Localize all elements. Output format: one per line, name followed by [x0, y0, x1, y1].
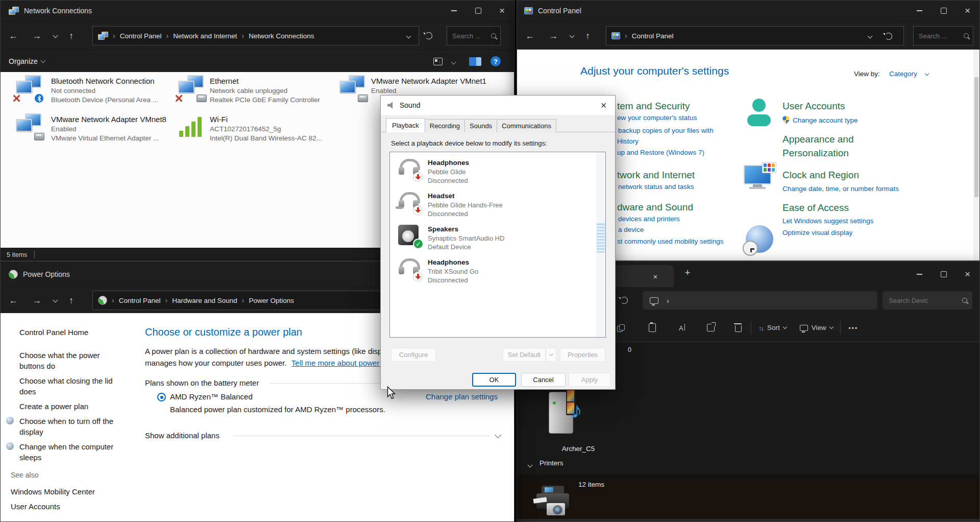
up-button[interactable]: [69, 296, 74, 305]
configure-button[interactable]: Configure: [391, 348, 436, 362]
sort-button[interactable]: Sort: [755, 319, 790, 337]
search-input[interactable]: [918, 32, 964, 40]
link-devices-printers[interactable]: devices and printers: [618, 215, 680, 223]
sidebar-item-computer-sleeps[interactable]: Change when the computer sleeps: [19, 441, 129, 463]
tab-communications[interactable]: Communications: [497, 119, 556, 132]
link-network-status[interactable]: network status and tasks: [618, 183, 694, 191]
category-clock-region[interactable]: Clock and Region: [782, 170, 859, 181]
sidebar-item-create-plan[interactable]: Create a power plan: [19, 401, 127, 412]
breadcrumb-item[interactable]: Network and Internet: [173, 32, 237, 40]
device-item-headphones-tribit[interactable]: Headphones Tribit XSound Go Disconnected: [397, 257, 478, 284]
category-network-internet[interactable]: twork and Internet: [617, 170, 695, 181]
tell-me-more-link[interactable]: Tell me more about power p: [291, 359, 386, 367]
more-options-button[interactable]: [845, 319, 862, 337]
sidebar-item-mobility-center[interactable]: Windows Mobility Center: [11, 486, 95, 497]
list-item-wifi-adapter[interactable]: Wi-Fi ACT102720176452_5g Intel(R) Dual B…: [176, 113, 322, 143]
maximize-button[interactable]: [932, 262, 955, 287]
change-plan-settings-link[interactable]: Change plan settings: [426, 392, 498, 401]
help-icon[interactable]: [491, 56, 501, 66]
view-mode-chevron-icon[interactable]: [451, 60, 456, 65]
sidebar-item-user-accounts[interactable]: User Accounts: [11, 501, 60, 512]
link-suggest-settings[interactable]: Let Windows suggest settings: [782, 217, 874, 225]
user-accounts-icon[interactable]: [745, 99, 773, 128]
close-button[interactable]: [592, 96, 615, 115]
breadcrumb-item[interactable]: Control Panel: [632, 32, 674, 40]
list-item-vmnet8-adapter[interactable]: VMware Network Adapter VMnet8 Enabled VM…: [14, 113, 166, 143]
preview-pane-icon[interactable]: [469, 57, 481, 66]
maximize-button[interactable]: [466, 1, 490, 21]
set-default-dropdown-button[interactable]: [546, 348, 556, 362]
tab-playback[interactable]: Playback: [386, 118, 425, 132]
link-file-history[interactable]: backup copies of your files with: [618, 127, 714, 134]
refresh-icon[interactable]: [425, 32, 432, 39]
minimize-button[interactable]: [908, 262, 932, 287]
minimize-button[interactable]: [442, 1, 466, 21]
item-label-computer-line2[interactable]: 0: [628, 346, 631, 353]
breadcrumb-item[interactable]: Network Connections: [249, 32, 314, 40]
printer-icon[interactable]: [535, 486, 573, 518]
back-button[interactable]: [9, 296, 18, 305]
set-default-button[interactable]: Set Default: [503, 348, 546, 362]
scrollbar[interactable]: [973, 50, 979, 261]
search-input[interactable]: [888, 296, 962, 305]
rename-icon[interactable]: [673, 319, 691, 337]
paste-icon[interactable]: [644, 319, 661, 337]
category-user-accounts[interactable]: User Accounts: [782, 101, 845, 112]
up-button[interactable]: [69, 31, 74, 40]
tab-recording[interactable]: Recording: [425, 119, 465, 132]
link-file-history-wrap[interactable]: History: [617, 137, 639, 145]
breadcrumb[interactable]: Control Panel: [606, 26, 904, 45]
device-item-headset-pebble[interactable]: Headset Pebble Glide Hands-Free Disconne…: [397, 191, 503, 218]
properties-button[interactable]: Properties: [560, 348, 605, 362]
ok-button[interactable]: OK: [472, 373, 516, 387]
recent-locations-chevron-icon[interactable]: [570, 33, 575, 38]
list-item-bluetooth-adapter[interactable]: Bluetooth Network Connection Not connect…: [14, 75, 158, 105]
plan-radio-selected[interactable]: [157, 393, 166, 401]
appearance-icon[interactable]: [744, 162, 776, 192]
sidebar-item-control-panel-home[interactable]: Control Panel Home: [19, 327, 88, 338]
list-item-ethernet-adapter[interactable]: Ethernet Network cable unplugged Realtek…: [176, 75, 320, 105]
breadcrumb-item[interactable]: Control Panel: [120, 32, 162, 40]
delete-icon[interactable]: [729, 319, 747, 337]
recent-locations-chevron-icon[interactable]: [53, 33, 58, 38]
cancel-button[interactable]: Cancel: [521, 373, 566, 387]
search-box[interactable]: [883, 291, 972, 310]
tab-sounds[interactable]: Sounds: [464, 119, 497, 132]
search-input[interactable]: [451, 32, 491, 40]
link-mobility-settings[interactable]: st commonly used mobility settings: [617, 238, 724, 245]
breadcrumb[interactable]: Control Panel Hardware and Sound Power O…: [92, 291, 399, 310]
breadcrumb-item[interactable]: Control Panel: [119, 297, 161, 304]
refresh-icon[interactable]: [885, 33, 892, 40]
forward-button[interactable]: [32, 296, 41, 305]
apply-button[interactable]: Apply: [569, 373, 610, 387]
search-box[interactable]: [447, 26, 501, 45]
sidebar-item-turn-off-display[interactable]: Choose when to turn off the display: [19, 416, 129, 437]
organize-menu[interactable]: Organize: [9, 57, 38, 65]
search-box[interactable]: [913, 26, 973, 45]
printers-section-chevron-icon[interactable]: [528, 463, 533, 468]
scrollbar-thumb[interactable]: [597, 223, 605, 253]
link-change-account-type[interactable]: Change account type: [782, 116, 858, 124]
back-button[interactable]: [9, 31, 18, 40]
link-optimize-display[interactable]: Optimize visual display: [782, 229, 852, 236]
forward-button[interactable]: [32, 31, 41, 40]
clock-region-icon[interactable]: [743, 225, 773, 256]
category-appearance-personalization[interactable]: Appearance and Personalization: [782, 132, 890, 160]
device-item-speakers[interactable]: Speakers Synaptics SmartAudio HD Default…: [397, 224, 504, 251]
up-button[interactable]: [585, 31, 590, 40]
address-dropdown-chevron-icon[interactable]: [868, 34, 873, 39]
minimize-button[interactable]: [908, 1, 932, 21]
link-backup-restore[interactable]: up and Restore (Windows 7): [617, 149, 704, 156]
view-button[interactable]: View: [797, 319, 836, 337]
back-button[interactable]: [525, 31, 534, 40]
link-change-date-time[interactable]: Change date, time, or number formats: [782, 185, 899, 193]
device-item-headphones-pebble[interactable]: Headphones Pebble Glide Disconnected: [397, 157, 469, 185]
close-tab-icon[interactable]: [651, 272, 660, 281]
close-button[interactable]: [955, 1, 979, 21]
share-icon[interactable]: [702, 319, 719, 337]
link-computer-status[interactable]: ew your computer's status: [617, 114, 697, 122]
breadcrumb-item[interactable]: Hardware and Sound: [172, 297, 237, 304]
new-tab-button[interactable]: [681, 267, 694, 279]
forward-button[interactable]: [549, 31, 558, 40]
playback-device-list[interactable]: Headphones Pebble Glide Disconnected Hea…: [389, 152, 606, 338]
